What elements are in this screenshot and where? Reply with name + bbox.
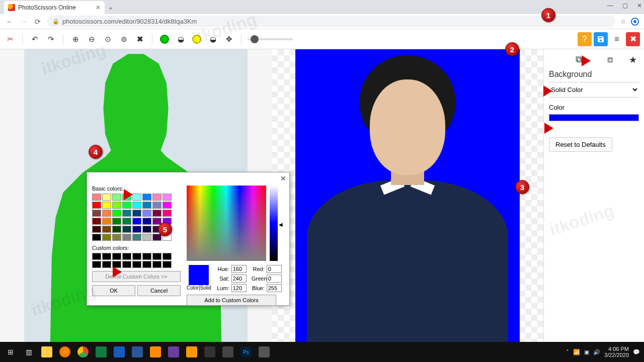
- app-icon[interactable]: [258, 345, 271, 358]
- excel-icon[interactable]: [95, 345, 108, 358]
- zoom-in-icon[interactable]: ⊕: [69, 33, 82, 45]
- color-swatch[interactable]: [92, 194, 101, 201]
- color-swatch[interactable]: [132, 234, 141, 241]
- custom-swatch[interactable]: [163, 261, 172, 268]
- foreground-tab-icon[interactable]: ⧉: [576, 54, 582, 65]
- foreground-eraser-icon[interactable]: ◒: [175, 33, 187, 45]
- color-swatch-button[interactable]: [549, 114, 639, 121]
- photoshop-icon[interactable]: Ps: [239, 345, 253, 358]
- browser-tab[interactable]: PhotoScissors Online ✕: [4, 1, 105, 14]
- color-swatch[interactable]: [142, 210, 151, 217]
- custom-swatch[interactable]: [142, 261, 151, 268]
- color-swatch[interactable]: [152, 210, 162, 217]
- color-swatch[interactable]: [132, 210, 141, 217]
- custom-swatch[interactable]: [122, 253, 131, 260]
- background-tab-icon[interactable]: ⧈: [607, 54, 613, 65]
- custom-swatch[interactable]: [152, 261, 162, 268]
- color-swatch[interactable]: [142, 234, 151, 241]
- pan-icon[interactable]: ✥: [223, 33, 235, 45]
- custom-swatch[interactable]: [132, 253, 141, 260]
- color-swatch[interactable]: [112, 194, 121, 201]
- file-explorer-icon[interactable]: [40, 345, 53, 358]
- color-swatch[interactable]: [112, 234, 121, 241]
- extension-icon[interactable]: [631, 18, 639, 26]
- color-swatch[interactable]: [132, 202, 141, 209]
- color-swatch[interactable]: [102, 202, 111, 209]
- foreground-marker-button[interactable]: [158, 33, 171, 45]
- zoom-out-icon[interactable]: ⊖: [86, 33, 98, 45]
- custom-swatch[interactable]: [152, 253, 162, 260]
- color-swatch[interactable]: [122, 226, 131, 233]
- green-input[interactable]: [267, 275, 282, 283]
- background-mode-select[interactable]: Solid Color: [549, 82, 639, 98]
- color-swatch[interactable]: [132, 226, 141, 233]
- color-gradient[interactable]: [187, 186, 266, 261]
- color-swatch[interactable]: [122, 210, 131, 217]
- notifications-icon[interactable]: 💬: [633, 349, 640, 355]
- taskbar-clock[interactable]: 4:06 PM 3/22/2020: [604, 346, 629, 358]
- sat-input[interactable]: [231, 275, 247, 283]
- brush-size-slider[interactable]: [248, 38, 293, 40]
- back-icon[interactable]: ←: [5, 18, 14, 26]
- color-swatch[interactable]: [142, 194, 151, 201]
- luminance-bar[interactable]: [270, 186, 278, 261]
- custom-swatch[interactable]: [122, 261, 131, 268]
- color-swatch[interactable]: [112, 210, 121, 217]
- color-swatch[interactable]: [163, 210, 172, 217]
- chrome-icon[interactable]: [76, 345, 90, 358]
- zoom-actual-icon[interactable]: ⊚: [118, 33, 130, 45]
- bookmark-star-icon[interactable]: ☆: [620, 18, 626, 25]
- color-swatch[interactable]: [112, 202, 121, 209]
- color-swatch[interactable]: [152, 202, 162, 209]
- undo-icon[interactable]: ↶: [29, 33, 41, 45]
- color-swatch[interactable]: [132, 218, 141, 225]
- task-view-icon[interactable]: ▥: [22, 345, 35, 358]
- tray-battery-icon[interactable]: ▣: [584, 349, 589, 355]
- custom-swatch[interactable]: [92, 261, 101, 268]
- tray-network-icon[interactable]: 📶: [573, 349, 580, 355]
- custom-swatch[interactable]: [102, 261, 111, 268]
- custom-swatch[interactable]: [163, 253, 172, 260]
- tray-chevron-icon[interactable]: ˄: [566, 349, 569, 355]
- custom-swatch[interactable]: [92, 253, 101, 260]
- result-pane[interactable]: [272, 49, 543, 342]
- color-swatch[interactable]: [92, 226, 101, 233]
- color-swatch[interactable]: [152, 194, 162, 201]
- color-swatch[interactable]: [122, 202, 131, 209]
- color-swatch[interactable]: [92, 234, 101, 241]
- color-swatch[interactable]: [142, 202, 151, 209]
- red-input[interactable]: [267, 265, 282, 273]
- add-custom-button[interactable]: Add to Custom Colors: [187, 295, 276, 306]
- color-swatch[interactable]: [102, 210, 111, 217]
- color-swatch[interactable]: [92, 210, 101, 217]
- app-icon[interactable]: [149, 345, 162, 358]
- color-swatch[interactable]: [163, 202, 172, 209]
- start-button[interactable]: ⊞: [4, 345, 17, 358]
- color-swatch[interactable]: [92, 202, 101, 209]
- app-icon[interactable]: [167, 345, 180, 358]
- background-eraser-icon[interactable]: ◒: [207, 33, 219, 45]
- ok-button[interactable]: OK: [92, 285, 135, 296]
- color-swatch[interactable]: [122, 218, 131, 225]
- color-swatch[interactable]: [163, 194, 172, 201]
- hue-input[interactable]: [231, 265, 247, 273]
- help-button[interactable]: ?: [578, 32, 592, 46]
- app-close-button[interactable]: ✖: [626, 32, 640, 46]
- app-icon[interactable]: [203, 345, 216, 358]
- color-swatch[interactable]: [142, 226, 151, 233]
- color-swatch[interactable]: [112, 218, 121, 225]
- color-swatch[interactable]: [112, 226, 121, 233]
- window-close-icon[interactable]: ✕: [637, 2, 642, 9]
- favorites-icon[interactable]: ★: [629, 54, 637, 65]
- sublime-icon[interactable]: [185, 345, 198, 358]
- save-button[interactable]: [594, 32, 608, 46]
- tray-volume-icon[interactable]: 🔊: [593, 349, 600, 355]
- reset-defaults-button[interactable]: Reset to Defaults: [549, 137, 612, 152]
- reload-icon[interactable]: ⟳: [33, 18, 42, 26]
- blue-input[interactable]: [267, 284, 282, 292]
- dialog-close-icon[interactable]: ✕: [280, 174, 286, 183]
- word-icon[interactable]: [113, 345, 126, 358]
- new-tab-button[interactable]: ＋: [105, 2, 117, 14]
- custom-swatch[interactable]: [112, 253, 121, 260]
- window-minimize-icon[interactable]: —: [607, 2, 613, 9]
